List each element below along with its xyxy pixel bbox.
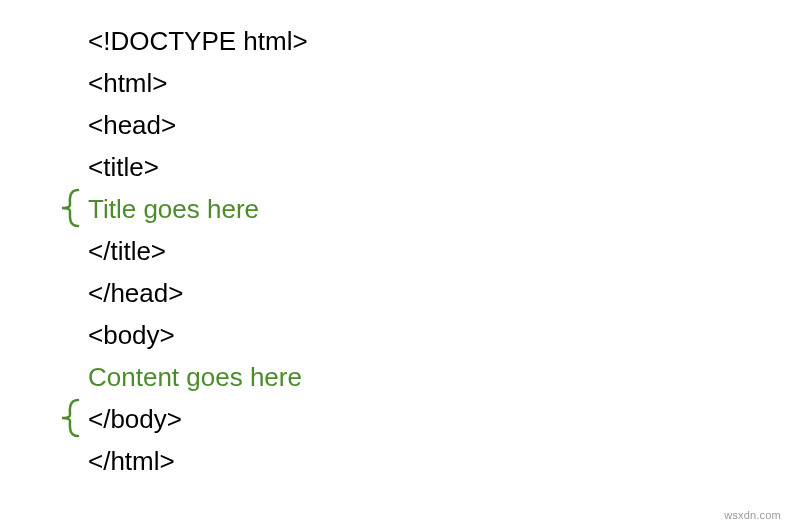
watermark: wsxdn.com bbox=[724, 509, 781, 521]
code-line-body-close: </body> bbox=[88, 398, 308, 440]
bracket-content-icon bbox=[56, 398, 82, 438]
code-line-title-close: </title> bbox=[88, 230, 308, 272]
code-line-html-open: <html> bbox=[88, 62, 308, 104]
code-line-title-open: <title> bbox=[88, 146, 308, 188]
code-line-title-content: Title goes here bbox=[88, 188, 308, 230]
code-line-doctype: <!DOCTYPE html> bbox=[88, 20, 308, 62]
code-line-html-close: </html> bbox=[88, 440, 308, 482]
bracket-title-icon bbox=[56, 188, 82, 228]
code-line-body-open: <body> bbox=[88, 314, 308, 356]
code-line-body-content: Content goes here bbox=[88, 356, 308, 398]
code-block: <!DOCTYPE html> <html> <head> <title> Ti… bbox=[88, 20, 308, 482]
code-line-head-close: </head> bbox=[88, 272, 308, 314]
code-line-head-open: <head> bbox=[88, 104, 308, 146]
